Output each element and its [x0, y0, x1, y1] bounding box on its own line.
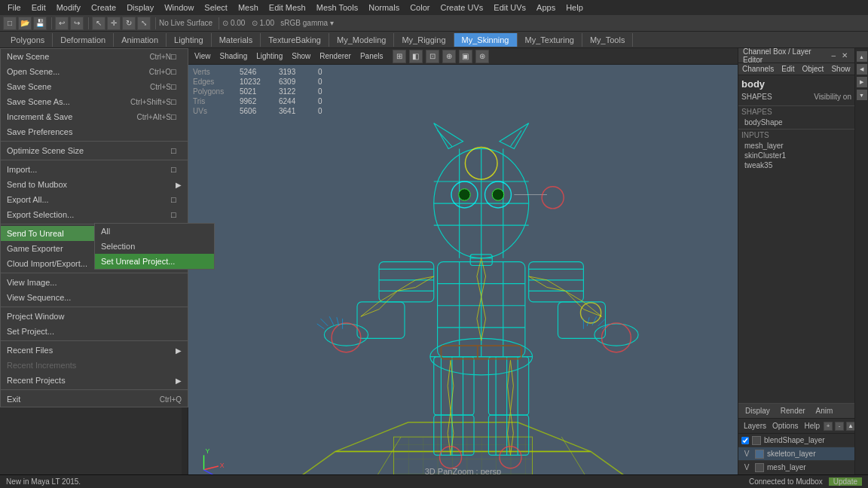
submenu-item-selection[interactable]: Selection: [95, 239, 214, 254]
menu-mesh-tools[interactable]: Mesh Tools: [312, 2, 362, 14]
menu-item-new-scene[interactable]: New Scene Ctrl+N □: [1, 49, 188, 64]
viewport-menu-shading[interactable]: Shading: [217, 50, 251, 62]
layer-menu-layers[interactable]: Layers: [741, 422, 769, 430]
viewport-icon-1[interactable]: ⊞: [393, 50, 406, 63]
menu-edit[interactable]: Edit: [27, 2, 50, 14]
menu-display[interactable]: Display: [122, 2, 158, 14]
toolbar-select[interactable]: ↖: [92, 17, 105, 30]
menu-item-set-project[interactable]: Set Project...: [1, 324, 188, 339]
menu-mesh[interactable]: Mesh: [234, 2, 263, 14]
tab-texturebaking[interactable]: TextureBaking: [261, 33, 329, 47]
menu-item-optimize[interactable]: Optimize Scene Size □: [1, 143, 188, 158]
menu-edit-mesh[interactable]: Edit Mesh: [264, 2, 310, 14]
toolbar-move[interactable]: ✛: [107, 17, 121, 30]
layer-panel-header: Display Render Anim: [738, 404, 854, 419]
viewport-icon-2[interactable]: ◧: [409, 50, 423, 63]
layer-tab-render[interactable]: Render: [778, 407, 808, 415]
far-right-btn-3[interactable]: ▶: [857, 77, 867, 87]
viewport-icon-6[interactable]: ⊛: [475, 50, 489, 63]
layer-blendshape-checkbox[interactable]: [741, 437, 749, 444]
submenu-item-set-unreal-project[interactable]: Set Unreal Project...: [95, 254, 214, 269]
menu-item-view-image[interactable]: View Image...: [1, 275, 188, 290]
menu-item-increment-save[interactable]: Increment & Save Ctrl+Alt+S □: [1, 109, 188, 124]
menu-window[interactable]: Window: [160, 2, 198, 14]
layer-btn-delete[interactable]: -: [835, 422, 844, 431]
layer-skeleton-name: skeleton_layer: [767, 450, 815, 458]
viewport-menu-lighting[interactable]: Lighting: [253, 50, 286, 62]
layer-tab-display[interactable]: Display: [743, 407, 772, 415]
menu-file[interactable]: File: [3, 2, 26, 14]
tab-my-rigging[interactable]: My_Rigging: [394, 33, 454, 47]
far-right-btn-4[interactable]: ▼: [857, 90, 867, 100]
viewport-icon-4[interactable]: ⊕: [442, 50, 456, 63]
menu-select[interactable]: Select: [200, 2, 232, 14]
viewport-canvas[interactable]: X Y Z: [188, 65, 738, 488]
toolbar-new[interactable]: □: [3, 17, 17, 30]
menu-item-save-prefs[interactable]: Save Preferences: [1, 124, 188, 139]
layer-menu-help[interactable]: Help: [802, 422, 822, 430]
menu-create[interactable]: Create: [87, 2, 121, 14]
tab-my-tools[interactable]: My_Tools: [582, 33, 633, 47]
menu-item-send-mudbox[interactable]: Send to Mudbox ▶: [1, 177, 188, 192]
status-update-button[interactable]: Update: [829, 477, 862, 486]
menu-item-recent-projects[interactable]: Recent Projects ▶: [1, 373, 188, 388]
input-tweak35[interactable]: tweak35: [738, 160, 854, 170]
shape-bodyshape[interactable]: bodyShape: [738, 117, 854, 127]
far-right-btn-2[interactable]: ◀: [857, 64, 867, 75]
far-right-btn-1[interactable]: ▲: [857, 51, 867, 62]
menu-item-exit[interactable]: Exit Ctrl+Q: [1, 392, 188, 407]
submenu-item-all[interactable]: All: [95, 224, 214, 239]
toolbar-undo[interactable]: ↩: [55, 17, 69, 30]
tab-my-skinning[interactable]: My_Skinning: [454, 33, 518, 47]
viewport-menu-view[interactable]: View: [191, 50, 214, 62]
layer-tab-anim[interactable]: Anim: [814, 407, 836, 415]
menu-item-export-all[interactable]: Export All... □: [1, 192, 188, 207]
right-panel-btn-close[interactable]: ✕: [839, 51, 850, 59]
viewport-icon-3[interactable]: ⊡: [426, 50, 439, 63]
layer-mesh-v: V: [741, 463, 752, 471]
menu-item-save-scene-as[interactable]: Save Scene As... Ctrl+Shift+S □: [1, 94, 188, 109]
toolbar-scale[interactable]: ⤡: [137, 17, 151, 30]
layer-menu-options[interactable]: Options: [770, 422, 800, 430]
layer-btn-new[interactable]: +: [824, 422, 833, 431]
menu-modify[interactable]: Modify: [52, 2, 85, 14]
toolbar-open[interactable]: 📂: [18, 17, 32, 30]
menu-item-open-scene[interactable]: Open Scene... Ctrl+O □: [1, 64, 188, 79]
viewport-menu-panels[interactable]: Panels: [357, 50, 387, 62]
menu-edit-uvs[interactable]: Edit UVs: [489, 2, 530, 14]
tab-materials[interactable]: Materials: [212, 33, 261, 47]
menu-create-uvs[interactable]: Create UVs: [436, 2, 487, 14]
viewport-menu-renderer[interactable]: Renderer: [316, 50, 354, 62]
menu-color[interactable]: Color: [405, 2, 434, 14]
toolbar-redo[interactable]: ↪: [70, 17, 84, 30]
menu-item-project-window[interactable]: Project Window: [1, 309, 188, 324]
right-panel-btn-minimize[interactable]: –: [829, 51, 838, 59]
viewport-menu-show[interactable]: Show: [289, 50, 313, 62]
input-skincluster1[interactable]: skinCluster1: [738, 151, 854, 160]
layer-skeleton[interactable]: V skeleton_layer: [738, 447, 854, 461]
tab-deformation[interactable]: Deformation: [53, 33, 114, 47]
menu-apps[interactable]: Apps: [532, 2, 560, 14]
toolbar-save[interactable]: 💾: [33, 17, 47, 30]
menu-normals[interactable]: Normals: [364, 2, 404, 14]
menu-item-recent-files[interactable]: Recent Files ▶: [1, 343, 188, 358]
tab-polygons[interactable]: Polygons: [3, 33, 53, 47]
menu-item-export-selection[interactable]: Export Selection... □: [1, 207, 188, 222]
tab-lighting[interactable]: Lighting: [167, 33, 212, 47]
layer-mesh[interactable]: V mesh_layer: [738, 461, 854, 474]
layer-blendshape[interactable]: blendShape_layer: [738, 434, 854, 447]
tab-object[interactable]: Object: [799, 63, 828, 75]
input-mesh-layer[interactable]: mesh_layer: [738, 141, 854, 151]
menu-item-view-sequence[interactable]: View Sequence...: [1, 290, 188, 305]
viewport-icon-5[interactable]: ▣: [459, 50, 472, 63]
tab-animation[interactable]: Animation: [114, 33, 167, 47]
tab-my-modeling[interactable]: My_Modeling: [329, 33, 394, 47]
menu-help[interactable]: Help: [561, 2, 588, 14]
menu-item-import[interactable]: Import... □: [1, 162, 188, 177]
toolbar-rotate[interactable]: ↻: [122, 17, 136, 30]
tab-my-texturing[interactable]: My_Texturing: [518, 33, 582, 47]
tab-edit[interactable]: Edit: [778, 63, 798, 75]
menu-item-save-scene[interactable]: Save Scene Ctrl+S □: [1, 79, 188, 94]
tab-show[interactable]: Show: [827, 63, 854, 75]
tab-channels[interactable]: Channels: [738, 63, 778, 75]
